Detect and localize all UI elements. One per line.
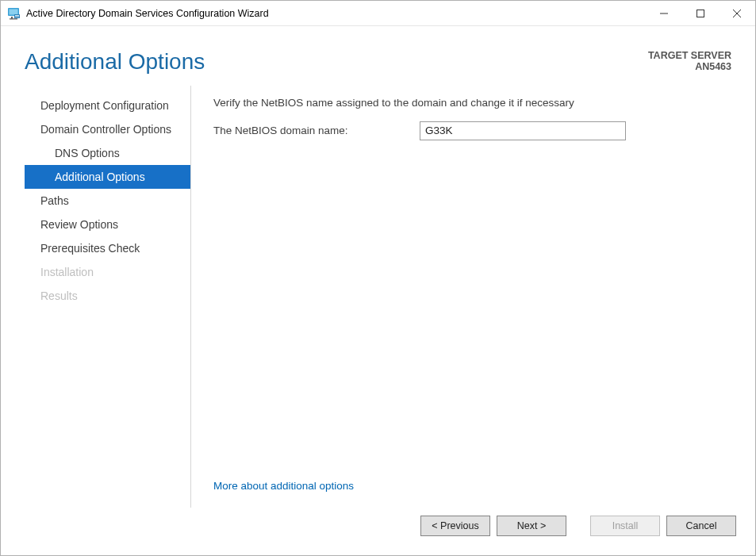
page-title: Additional Options <box>25 50 205 75</box>
target-server-name: AN5463 <box>648 61 731 72</box>
more-about-additional-options-link[interactable]: More about additional options <box>213 480 354 492</box>
next-button[interactable]: Next > <box>497 516 566 536</box>
step-prerequisites-check[interactable]: Prerequisites Check <box>25 236 190 260</box>
netbios-field-row: The NetBIOS domain name: <box>213 121 731 140</box>
svg-rect-6 <box>15 16 19 17</box>
svg-rect-5 <box>15 15 19 16</box>
target-server-label: TARGET SERVER <box>648 50 731 61</box>
instruction-text: Verify the NetBIOS name assigned to the … <box>213 97 731 109</box>
minimize-button[interactable] <box>646 2 682 25</box>
step-dns-options[interactable]: DNS Options <box>25 141 190 165</box>
body: Deployment Configuration Domain Controll… <box>1 86 755 508</box>
svg-rect-1 <box>10 9 18 14</box>
step-review-options[interactable]: Review Options <box>25 213 190 236</box>
wizard-steps-sidebar: Deployment Configuration Domain Controll… <box>25 86 191 508</box>
previous-button[interactable]: < Previous <box>420 516 490 536</box>
netbios-domain-name-input[interactable] <box>420 121 626 140</box>
titlebar: Active Directory Domain Services Configu… <box>1 1 755 26</box>
step-additional-options[interactable]: Additional Options <box>25 165 190 189</box>
footer: < Previous Next > Install Cancel <box>1 508 755 555</box>
maximize-button[interactable] <box>682 2 719 25</box>
close-button[interactable] <box>719 2 755 25</box>
header: Additional Options TARGET SERVER AN5463 <box>1 26 755 86</box>
step-results: Results <box>25 284 190 308</box>
window-title: Active Directory Domain Services Configu… <box>26 8 269 19</box>
step-domain-controller-options[interactable]: Domain Controller Options <box>25 117 190 141</box>
svg-rect-8 <box>697 10 704 17</box>
server-manager-icon <box>7 7 20 20</box>
netbios-label: The NetBIOS domain name: <box>213 125 420 136</box>
wizard-window: Active Directory Domain Services Configu… <box>0 0 756 556</box>
step-paths[interactable]: Paths <box>25 189 190 213</box>
content-pane: Verify the NetBIOS name assigned to the … <box>191 86 731 508</box>
svg-rect-3 <box>10 18 17 19</box>
install-button: Install <box>590 516 660 536</box>
target-server-block: TARGET SERVER AN5463 <box>648 50 731 72</box>
cancel-button[interactable]: Cancel <box>666 516 736 536</box>
step-installation: Installation <box>25 260 190 284</box>
step-deployment-configuration[interactable]: Deployment Configuration <box>25 94 190 117</box>
